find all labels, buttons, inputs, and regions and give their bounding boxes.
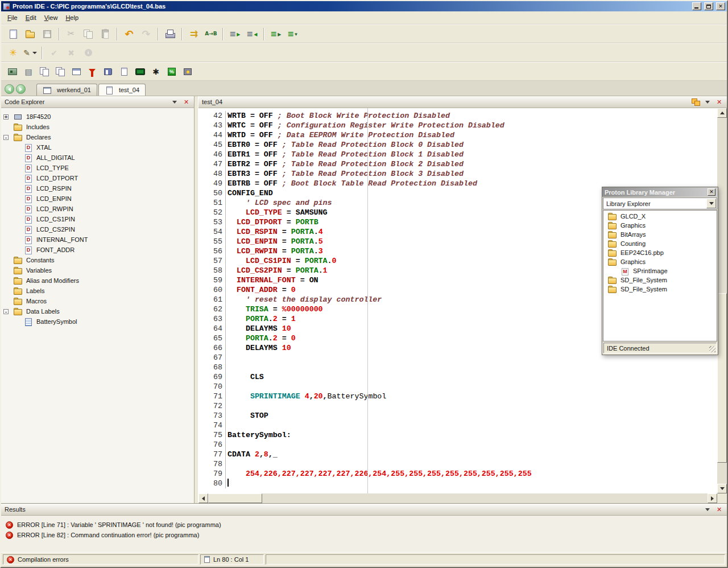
results-close-button[interactable] (715, 505, 723, 513)
filter-button[interactable] (84, 64, 100, 79)
explorer-item-font-addr[interactable]: FONT_ADDR (1, 245, 194, 255)
code-text[interactable] (226, 401, 228, 411)
manual-button[interactable] (100, 64, 116, 79)
menu-help[interactable]: Help (61, 13, 82, 23)
menu-view[interactable]: View (40, 13, 62, 23)
explorer-item-constants[interactable]: +Constants (1, 255, 194, 265)
explorer-item-macros[interactable]: +Macros (1, 296, 194, 306)
maximize-button[interactable] (704, 2, 713, 10)
document-tab-test-04[interactable]: test_04 (98, 84, 146, 96)
code-text[interactable]: WRTC = OFF ; Configuration Register Writ… (226, 121, 504, 130)
clear-markers-button[interactable] (284, 26, 301, 42)
expander-icon[interactable]: - (3, 135, 9, 140)
outdent-button[interactable] (243, 26, 260, 42)
code-text[interactable]: CLS (226, 372, 264, 382)
code-text[interactable] (226, 353, 228, 363)
open-file-button[interactable] (22, 26, 39, 42)
code-text[interactable]: LCD_RWPIN = PORTA.3 (226, 246, 323, 256)
result-row[interactable]: ERROR [Line 71] : Variable ' SPRINTIMAGE… (1, 520, 727, 530)
explorer-item-lcd-cs2pin[interactable]: LCD_CS2PIN (1, 224, 194, 234)
menu-file[interactable]: File (3, 13, 22, 23)
print-button[interactable] (162, 26, 179, 42)
code-text[interactable]: LCD_CS1PIN = PORTA.0 (226, 256, 337, 266)
nav-forward-button[interactable] (16, 84, 26, 94)
indent-button[interactable] (226, 26, 243, 42)
library-item-glcd-x[interactable]: GLCD_X (603, 212, 717, 221)
scroll-right-button[interactable] (708, 493, 717, 503)
library-manager-titlebar[interactable]: Proton Library Manager (602, 187, 718, 197)
library-manager-close-button[interactable] (708, 188, 715, 196)
next-marker-button[interactable] (267, 26, 284, 42)
editor-close-button[interactable] (715, 98, 723, 106)
explorer-item-includes[interactable]: +Includes (1, 122, 194, 132)
code-text[interactable]: STOP (226, 411, 268, 421)
explorer-item-declares[interactable]: -Declares (1, 132, 194, 142)
code-text[interactable]: LCD_RSPIN = PORTA.4 (226, 227, 323, 237)
scroll-left-button[interactable] (198, 493, 208, 503)
vertical-scroll-thumb[interactable] (717, 293, 727, 463)
undo-button[interactable]: ↶ (121, 26, 138, 42)
explorer-item-lcd-type[interactable]: LCD_TYPE (1, 163, 194, 173)
explorer-item-lcd-rwpin[interactable]: LCD_RWPIN (1, 204, 194, 214)
document-button[interactable] (116, 64, 132, 79)
explorer-item-data-labels[interactable]: -Data Labels (1, 306, 194, 316)
lcd-simulator-button[interactable] (132, 64, 148, 79)
library-item-graphics[interactable]: Graphics (603, 257, 717, 266)
copy-window-button[interactable] (36, 64, 52, 79)
code-text[interactable]: EBTR1 = OFF ; Table Read Protection Bloc… (226, 150, 464, 159)
explorer-item-alias-and-modifiers[interactable]: +Alias and Modifiers (1, 275, 194, 286)
library-explorer-select[interactable]: Library Explorer (603, 197, 717, 209)
minimize-button[interactable] (692, 2, 701, 10)
library-item-sd-file-system[interactable]: SD_File_System (603, 285, 717, 294)
code-text[interactable] (226, 479, 229, 488)
new-window-button[interactable] (52, 64, 68, 79)
debugger-button[interactable]: ✱ (148, 64, 164, 79)
explorer-item-18f4520[interactable]: +18F4520 (1, 112, 194, 122)
code-text[interactable]: WRTB = OFF ; Boot Block Write Protection… (226, 111, 450, 121)
dropdown-arrow-icon[interactable] (32, 52, 37, 54)
expander-icon[interactable]: + (3, 114, 9, 120)
code-text[interactable]: LCD_CS2PIN = PORTA.1 (226, 266, 328, 275)
build-button[interactable]: ✳ (5, 45, 22, 61)
code-text[interactable]: LCD_ENPIN = PORTA.5 (226, 237, 323, 246)
explorer-item-variables[interactable]: +Variables (1, 265, 194, 275)
code-explorer-menu-button[interactable] (170, 98, 179, 106)
code-text[interactable]: EBTR0 = OFF ; Table Read Protection Bloc… (226, 140, 464, 150)
code-text[interactable]: DELAYMS 10 (226, 343, 291, 353)
horizontal-scrollbar[interactable] (198, 493, 717, 503)
scroll-down-button[interactable] (717, 484, 727, 493)
combo-dropdown-button[interactable] (706, 199, 716, 208)
icd-button[interactable] (180, 64, 196, 79)
view-results-button[interactable]: ▤ (20, 64, 36, 79)
resize-grip[interactable] (709, 346, 715, 352)
code-text[interactable]: EBTRB = OFF ; Boot Block Table Read Prot… (226, 179, 477, 188)
explorer-item-lcd-rspin[interactable]: LCD_RSPIN (1, 183, 194, 194)
library-item-sprintimage[interactable]: SPrintImage (603, 266, 717, 275)
horizontal-scroll-thumb[interactable] (208, 493, 262, 503)
code-text[interactable]: TRISA = %00000000 (226, 304, 323, 314)
code-text[interactable]: EBTR3 = OFF ; Table Read Protection Bloc… (226, 169, 464, 179)
compile-button[interactable]: ⇉ (185, 26, 202, 42)
vertical-scrollbar[interactable] (717, 108, 727, 493)
new-file-button[interactable] (5, 26, 22, 42)
explorer-item-lcd-enpin[interactable]: LCD_ENPIN (1, 194, 194, 204)
code-text[interactable]: ' reset the display controller (226, 295, 382, 304)
form-view-button[interactable] (68, 64, 84, 79)
explorer-item-all-digital[interactable]: ALL_DIGITAL (1, 153, 194, 163)
code-text[interactable]: WRTD = OFF ; Data EEPROM Write Protectio… (226, 130, 454, 140)
menu-edit[interactable]: Edit (22, 13, 40, 23)
percent-view-button[interactable] (164, 64, 180, 79)
code-text[interactable]: LCD_DTPORT = PORTB (226, 217, 318, 227)
library-item-graphics[interactable]: Graphics (603, 221, 717, 230)
document-tab-werkend-01[interactable]: werkend_01 (36, 84, 97, 96)
explorer-item-xtal[interactable]: XTAL (1, 142, 194, 153)
editor-tab-label[interactable]: test_04 (202, 98, 688, 105)
library-item-sd-file-system[interactable]: SD_File_System (603, 275, 717, 285)
explorer-item-batterysymbol[interactable]: BatterySymbol (1, 316, 194, 327)
code-text[interactable]: LCD_TYPE = SAMSUNG (226, 208, 328, 217)
code-text[interactable]: PORTA.2 = 1 (226, 314, 296, 324)
code-text[interactable] (226, 440, 228, 450)
program-button[interactable]: ✎ (22, 45, 39, 61)
code-text[interactable]: SPRINTIMAGE 4,20,BatterySymbol (226, 392, 386, 401)
code-text[interactable]: INTERNAL_FONT = ON (226, 275, 318, 285)
